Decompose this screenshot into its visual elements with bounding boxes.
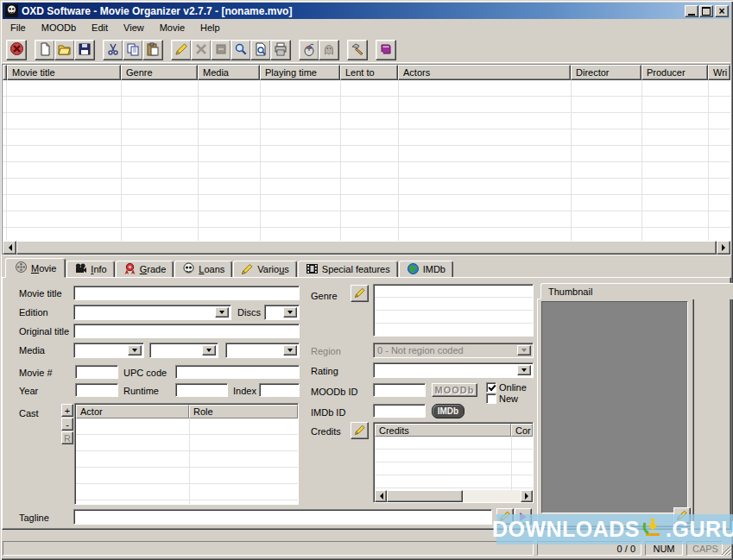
credits-col-credits[interactable]: Credits [375,424,511,437]
menu-edit[interactable]: Edit [84,21,116,35]
copy-button[interactable] [123,40,143,60]
cast-add-button[interactable]: + [61,404,73,417]
grid-col-playing-time[interactable]: Playing time [260,65,340,80]
tab-loans[interactable]: Loans [174,261,232,278]
grid-col-lent-to[interactable]: Lent to [340,65,398,80]
media-dropdown-1[interactable] [73,343,144,358]
scroll-left-icon[interactable] [3,241,16,255]
movie-grid-body[interactable] [3,80,730,241]
ghost-button[interactable] [319,40,339,60]
toolbar [3,37,730,63]
grid-col-writer[interactable]: Wri [708,65,730,80]
minimize-button[interactable] [685,5,698,17]
cast-table[interactable]: Actor Role [74,403,299,505]
credits-col-comment[interactable]: Cor [511,424,533,437]
moodb-fetch-button[interactable] [299,40,319,60]
exit-button[interactable] [6,40,27,60]
thumbnail-image-area[interactable] [541,301,688,513]
chevron-down-icon[interactable] [517,365,531,375]
credits-hscrollbar[interactable] [375,490,533,502]
moodb-lookup-button[interactable]: MOODb [432,383,477,397]
tab-info[interactable]: Info [66,261,114,278]
movie-title-input[interactable] [73,286,300,300]
tab-special-features[interactable]: Special features [298,261,398,278]
grid-col-movie-title[interactable]: Movie title [7,65,121,80]
scroll-right-icon[interactable] [717,241,730,255]
rating-dropdown[interactable] [373,362,534,378]
scroll-thumb[interactable] [387,490,463,502]
imdb-id-input[interactable] [373,404,426,418]
runtime-input[interactable] [175,383,228,397]
stop-button[interactable] [211,40,231,60]
chevron-down-icon[interactable] [283,345,297,356]
online-checkbox[interactable] [486,382,496,393]
genre-listbox[interactable] [373,284,534,337]
cast-remove-button[interactable]: - [61,418,73,431]
delete-button[interactable] [191,40,212,60]
menu-movie[interactable]: Movie [152,21,193,35]
genre-edit-button[interactable] [351,285,369,302]
imdb-lookup-button[interactable]: IMDb [432,404,464,418]
open-folder-icon [58,42,72,58]
new-button[interactable] [35,40,55,60]
tab-various[interactable]: Various [233,261,297,278]
moodb-id-input[interactable] [373,383,426,397]
open-button[interactable] [54,40,75,60]
maximize-button[interactable] [699,5,713,17]
tools-button[interactable] [347,40,368,60]
menu-view[interactable]: View [116,21,152,35]
credits-rows[interactable] [375,437,533,490]
tab-movie[interactable]: Movie [5,258,66,278]
movie-number-input[interactable] [75,365,118,379]
menu-file[interactable]: File [3,21,34,35]
media-dropdown-2[interactable] [149,343,218,358]
original-title-input[interactable] [73,324,300,338]
cast-rows[interactable] [76,418,298,504]
upc-input[interactable] [175,365,300,379]
close-button[interactable]: × [715,5,729,17]
grid-col-producer[interactable]: Producer [641,65,708,80]
grid-col-actors[interactable]: Actors [398,65,571,80]
scroll-thumb[interactable] [16,241,717,255]
search-button[interactable] [231,40,251,60]
chevron-down-icon[interactable] [202,345,216,356]
credits-table[interactable]: Credits Cor [373,422,534,503]
grid-hscrollbar[interactable] [3,241,730,255]
cast-col-role[interactable]: Role [189,405,298,418]
menu-help[interactable]: Help [193,21,228,35]
save-button[interactable] [74,40,95,60]
help-button[interactable] [376,40,396,60]
cut-button[interactable] [103,40,123,60]
index-input[interactable] [259,383,300,397]
cast-col-actor[interactable]: Actor [76,405,189,418]
chevron-down-icon[interactable] [283,307,297,318]
discs-dropdown[interactable] [264,305,300,320]
original-title-label: Original title [19,326,69,337]
print-button[interactable] [270,40,291,60]
edition-dropdown[interactable] [73,305,231,320]
tab-thumbnail[interactable]: Thumbnail [540,283,733,299]
grid-col-genre[interactable]: Genre [121,65,198,80]
cast-r-button[interactable]: R [61,431,73,444]
new-checkbox[interactable] [486,393,496,404]
tab-imdb[interactable]: IMDb [399,261,453,278]
credits-edit-button[interactable] [351,422,369,439]
edit-button[interactable] [171,40,192,60]
print-preview-button[interactable] [250,40,271,60]
chevron-down-icon[interactable] [128,345,142,356]
menu-moodb[interactable]: MOODb [34,21,84,35]
scroll-right-icon[interactable] [521,490,533,502]
tab-label: Info [91,264,106,274]
chevron-down-icon[interactable] [215,307,229,318]
year-input[interactable] [75,383,118,397]
resize-grip[interactable] [721,545,731,557]
app-window: OXD Software - Movie Organizer v2.7.7 - … [0,0,733,560]
edit-pencil-icon [354,286,366,300]
grid-col-director[interactable]: Director [571,65,641,80]
scroll-left-icon[interactable] [375,490,387,502]
paste-button[interactable] [142,40,163,60]
media-dropdown-3[interactable] [225,343,300,358]
grid-col-media[interactable]: Media [198,65,260,80]
tab-grade[interactable]: Grade [116,261,174,278]
tagline-input[interactable] [73,509,492,525]
